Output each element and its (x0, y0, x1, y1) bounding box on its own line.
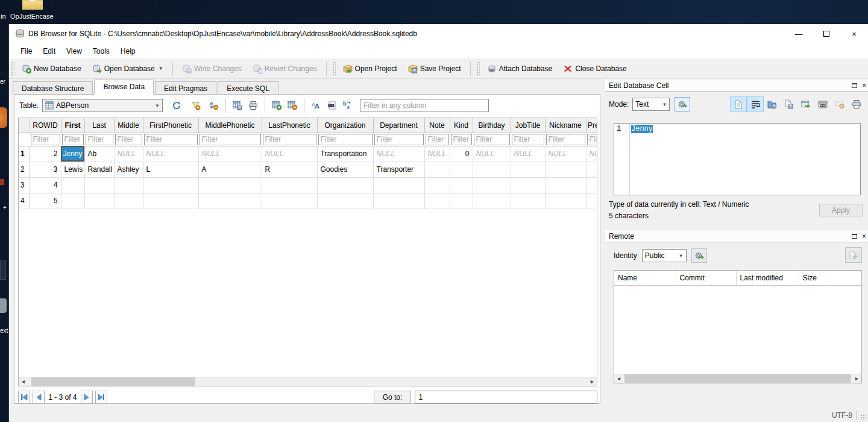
menu-tools[interactable]: Tools (87, 45, 115, 57)
filter-input-department[interactable]: Filter (374, 134, 424, 145)
clear-sorting-button[interactable] (206, 98, 222, 113)
close-button[interactable]: × (840, 24, 868, 43)
find-button[interactable] (324, 98, 339, 113)
grid-cell[interactable] (586, 177, 597, 193)
filter-input-kind[interactable]: Filter (451, 134, 472, 145)
grid-cell[interactable]: NULL (473, 146, 511, 162)
grid-cell[interactable] (424, 177, 450, 193)
grid-cell[interactable] (61, 177, 84, 193)
row-header[interactable]: 3 (19, 177, 30, 193)
close-panel-icon[interactable]: × (862, 233, 866, 240)
grid-cell[interactable] (198, 193, 262, 209)
row-header[interactable]: 2 (19, 162, 30, 177)
refresh-button[interactable] (169, 98, 184, 113)
column-header-pref[interactable]: Pref (586, 118, 597, 133)
remote-col-size[interactable]: Size (799, 271, 861, 285)
grid-cell[interactable] (511, 162, 545, 177)
font-button[interactable]: AA (308, 98, 324, 113)
grid-cell[interactable] (262, 193, 317, 209)
menu-view[interactable]: View (61, 45, 87, 57)
column-header-department[interactable]: Department (373, 118, 424, 133)
grid-cell[interactable] (143, 193, 198, 209)
grid-cell[interactable] (84, 193, 114, 209)
identity-settings-button[interactable] (691, 248, 707, 263)
grid-cell[interactable] (424, 193, 450, 209)
grid-cell[interactable] (473, 162, 511, 177)
import-cell-data-button[interactable] (764, 96, 781, 112)
scroll-track[interactable] (623, 374, 852, 383)
insert-record-button[interactable] (269, 98, 285, 113)
open-project-button[interactable]: Open Project (338, 61, 403, 77)
tab-browse-data[interactable]: Browse Data (94, 80, 154, 95)
grid-cell[interactable]: Ab (84, 146, 114, 162)
grid-cell[interactable] (511, 177, 545, 193)
column-header-lastphonetic[interactable]: LastPhonetic (262, 118, 317, 133)
scroll-left-icon[interactable]: ◄ (19, 377, 28, 386)
grid-horizontal-scrollbar[interactable]: ◄ ► (19, 377, 597, 386)
column-header-middle[interactable]: Middle (114, 118, 143, 133)
grid-cell[interactable] (61, 193, 84, 209)
next-record-button[interactable] (81, 391, 93, 404)
clear-filters-button[interactable] (188, 98, 204, 113)
last-record-button[interactable] (95, 391, 107, 404)
grid-cell[interactable]: R (262, 162, 317, 177)
filter-input-nickname[interactable]: Filter (546, 134, 585, 145)
grid-cell[interactable]: 4 (30, 177, 61, 193)
grid-cell[interactable] (586, 162, 597, 177)
open-in-external-button[interactable] (797, 96, 814, 112)
save-project-button[interactable]: Save Project (403, 61, 467, 77)
column-header-rowid[interactable]: ROWID (30, 118, 61, 133)
close-database-button[interactable]: Close Database (558, 61, 632, 77)
grid-cell[interactable]: NULL (198, 146, 262, 162)
grid-cell[interactable]: NULL (424, 146, 450, 162)
close-panel-icon[interactable]: × (862, 82, 866, 89)
column-header-jobtitle[interactable]: JobTitle (511, 118, 545, 133)
grid-cell[interactable] (114, 177, 143, 193)
column-header-middlephonetic[interactable]: MiddlePhonetic (198, 118, 262, 133)
column-header-note[interactable]: Note (424, 118, 450, 133)
attach-database-button[interactable]: Attach Database (482, 61, 558, 77)
encoding-indicator[interactable]: UTF-8 (832, 411, 852, 420)
float-panel-icon[interactable] (852, 83, 857, 88)
first-record-button[interactable] (18, 391, 30, 404)
print-cell-button[interactable] (848, 96, 865, 112)
grid-cell[interactable] (586, 193, 597, 209)
remote-col-name[interactable]: Name (614, 271, 676, 285)
column-header-kind[interactable]: Kind (450, 118, 473, 133)
remote-horizontal-scrollbar[interactable]: ◄ ► (614, 374, 861, 383)
resize-grip[interactable] (860, 414, 866, 420)
revert-changes-button[interactable]: Revert Changes (247, 61, 322, 77)
grid-cell[interactable]: Transporter (373, 162, 424, 177)
row-header[interactable]: 4 (19, 193, 30, 209)
grid-cell[interactable]: A (198, 162, 262, 177)
filter-input-middle[interactable]: Filter (115, 134, 142, 145)
filter-input-first[interactable]: Filter (62, 134, 84, 145)
toolbar-grip[interactable] (332, 61, 336, 76)
filter-input-pref[interactable]: Filter (587, 134, 598, 145)
grid-cell[interactable] (473, 177, 511, 193)
copy-link-button[interactable] (814, 96, 831, 112)
grid-cell[interactable] (545, 193, 586, 209)
grid-cell[interactable] (114, 193, 143, 209)
titlebar[interactable]: DB Browser for SQLite - C:\Users\cmnatic… (9, 24, 868, 43)
maximize-button[interactable] (813, 24, 840, 43)
grid-cell[interactable]: NULL (114, 146, 143, 162)
desktop-icon-label[interactable]: OpJustEncase (10, 13, 54, 20)
grid-cell[interactable] (450, 162, 473, 177)
desktop-icon-label-partial[interactable]: in (1, 13, 6, 20)
grid-cell[interactable]: Ashley (114, 162, 143, 177)
delete-record-button[interactable] (285, 98, 300, 113)
filter-input-last[interactable]: Filter (86, 134, 113, 145)
grid-cell[interactable] (545, 162, 586, 177)
edit-cell-panel-titlebar[interactable]: Edit Database Cell × (605, 80, 868, 92)
menu-file[interactable]: File (15, 45, 37, 57)
word-wrap-toggle[interactable] (747, 96, 764, 112)
grid-cell[interactable]: 3 (30, 162, 61, 177)
grid-cell[interactable]: NULL (262, 146, 317, 162)
grid-cell[interactable]: 0 (450, 146, 473, 162)
auto-switch-mode-button[interactable] (675, 97, 690, 112)
float-panel-icon[interactable] (852, 234, 857, 239)
grid-cell[interactable] (450, 177, 473, 193)
scroll-track[interactable] (28, 377, 588, 386)
grid-cell[interactable] (84, 177, 114, 193)
